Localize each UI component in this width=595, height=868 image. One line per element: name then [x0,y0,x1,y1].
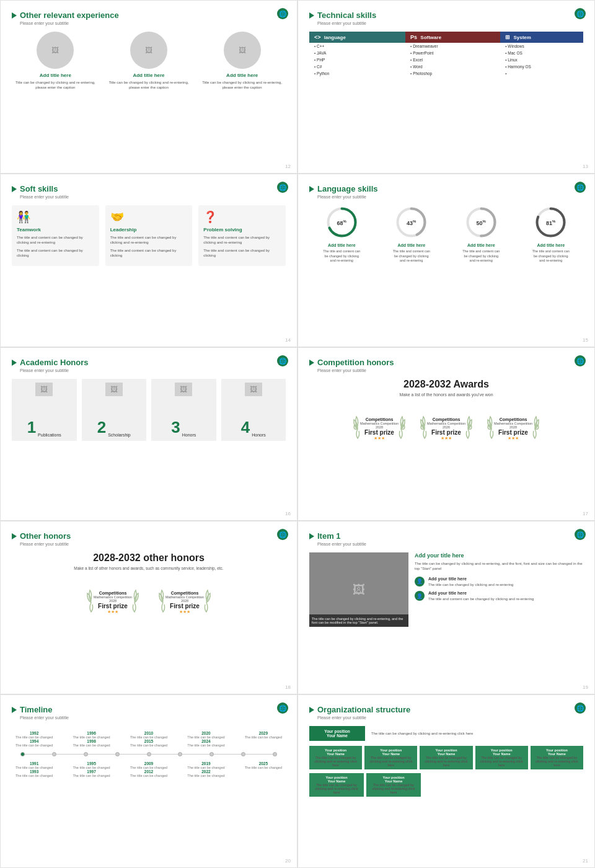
lang-circle-4: 81% [534,205,568,239]
triangle-icon [12,533,17,539]
globe-icon: 🌐 [575,182,586,193]
triangle-icon [309,186,314,192]
item1-sub-1: 👤 Add your title here The title can be c… [415,577,583,587]
slide-title: Soft skills [12,184,286,193]
triangle-icon [12,12,17,19]
soft-item-teamwork: 👫 Teamwork The title and content can be … [12,205,99,266]
leadership-icon: 🤝 [110,210,188,224]
org-box-r1-1: Your position Your Name The title can be… [309,746,362,769]
org-box-r2-2: Your position Your Name The title can be… [366,773,421,797]
org-top-row: Your position Your Name The title can be… [309,726,583,741]
slide-comp-honors: Competition honors Please enter your sub… [298,347,595,521]
slide-title: Language skills [309,184,583,193]
org-top-text: The title can be changed by clicking and… [371,732,583,735]
table-row: PythonPhotoshop [309,70,583,77]
item1-left: 🖼 The title can be changed by clicking a… [309,552,408,627]
timeline-line [15,752,282,756]
slide-other-exp: Other relevant experience Please enter y… [0,0,298,174]
tl-year-group: 1996 The title can be changed 1998 The t… [73,731,110,747]
tl-line [120,754,147,755]
globe-icon: 🌐 [277,355,288,366]
laurel-3: Competitions Mathematics Competition 202… [485,404,541,454]
slide-title: Competition honors [309,358,583,367]
globe-icon: 🌐 [575,8,586,19]
lang-items: 68% Add title here The title and content… [309,205,583,264]
lang-circle-3: 50% [464,205,498,239]
tl-dot [178,752,182,756]
tl-year-group: 2020 The title can be changed 2024 The t… [187,731,224,747]
exp-item-1: 🖼 Add title here Title can be changed by… [12,32,99,91]
lang-item-3: 50% Add title here The title and content… [461,205,501,264]
avatar-1: 👤 [415,577,425,587]
org-box-r1-4: Your position Your Name The title can be… [475,746,528,769]
exp-item-3: 🖼 Add title here Title can be changed by… [198,32,286,91]
honor-img-1: 🖼 [35,383,53,396]
comp-badge-2: Competitions Mathematics Competition 202… [415,404,477,454]
exp-img-3: 🖼 [224,32,261,69]
laurel-other-1: Competitions Mathematics Competition 202… [85,578,141,627]
honor-img-2: 🖼 [105,383,123,396]
exp-img-2: 🖼 [130,32,167,69]
soft-header: Ps Software [405,32,500,43]
honor-box-3: 🖼 3 Honors [151,379,216,441]
tl-line [182,754,209,755]
slide-title: Timeline [12,705,286,714]
item1-content: 🖼 The title can be changed by clicking a… [309,552,583,627]
slide-title: Technical skills [309,11,583,20]
tl-dot [273,752,277,756]
tl-dot [147,752,151,756]
org-box-r1-5: Your position Your Name The title can be… [531,746,583,769]
slide-title: Other honors [12,531,286,541]
tl-year-group: 1992 The title can be changed 1994 The t… [15,731,53,747]
triangle-icon [12,360,17,366]
slide-soft-skills: Soft skills Please enter your subtitle 🌐… [0,174,298,347]
lang-item-2: 43% Add title here The title and content… [391,205,431,264]
soft-items: 👫 Teamwork The title and content can be … [12,205,286,266]
org-top-box: Your position Your Name [309,726,365,741]
honor-box-2: 🖼 2 Scholarship [82,379,147,441]
slide-org-structure: Organizational structure Please enter yo… [298,694,595,868]
slide-lang-skills: Language skills Please enter your subtit… [298,174,595,347]
slide-title: Academic Honors [12,358,286,367]
slide-academic-honors: Academic Honors Please enter your subtit… [0,347,298,521]
exp-items: 🖼 Add title here Title can be changed by… [12,32,286,91]
lang-circle-1: 68% [325,205,359,239]
lang-header: <> language [309,32,405,43]
slide-tech-skills: Technical skills Please enter your subti… [298,0,595,174]
slide-item1: Item 1 Please enter your subtitle 🌐 🖼 Th… [298,521,595,694]
exp-item-2: 🖼 Add title here Title can be changed by… [105,32,193,91]
other-badge-1: Competitions Mathematics Competition 202… [82,578,144,627]
tl-line [214,754,241,755]
org-row-1: Your position Your Name The title can be… [309,746,583,769]
soft-item-problem: ❓ Problem solving The title and content … [198,205,286,266]
org-box-r1-2: Your position Your Name The title can be… [364,746,417,769]
laurel-2: Competitions Mathematics Competition 202… [418,404,474,454]
comp-badge-1: Competitions Mathematics Competition 202… [348,404,410,454]
comp-badges: Competitions Mathematics Competition 202… [309,404,583,454]
triangle-icon [12,186,17,192]
tl-line [56,754,84,755]
lang-item-4: 81% Add title here The title and content… [531,205,571,264]
org-box-r1-3: Your position Your Name The title can be… [420,746,472,769]
honor-img-4: 🖼 [245,383,262,396]
honor-box-4: 🖼 4 Honors [221,379,286,441]
globe-icon: 🌐 [277,182,288,193]
avatar-2: 👤 [415,591,425,601]
teamwork-icon: 👫 [17,210,94,224]
table-row: JAVAPowerPointMac OS [309,50,583,56]
sys-header: ⊞ System [500,32,583,43]
tl-year-group: 2029 The title can be changed [245,731,282,747]
timeline-top-years: 1992 The title can be changed 1994 The t… [12,731,286,747]
org-content: Your position Your Name The title can be… [309,726,583,797]
lang-item-1: 68% Add title here The title and content… [322,205,362,264]
triangle-icon [309,707,314,713]
problem-icon: ❓ [203,210,281,224]
item1-right: Add your title here The title can be cha… [415,552,583,627]
soft-item-leadership: 🤝 Leadership The title and content can b… [105,205,193,266]
lang-circle-2: 43% [394,205,428,239]
triangle-icon [309,360,314,366]
table-row: PHPExcelLinux [309,56,583,63]
globe-icon: 🌐 [575,702,586,714]
slide-title: Organizational structure [309,705,583,714]
other-badge-2: Competitions Mathematics Competition 202… [154,578,216,627]
